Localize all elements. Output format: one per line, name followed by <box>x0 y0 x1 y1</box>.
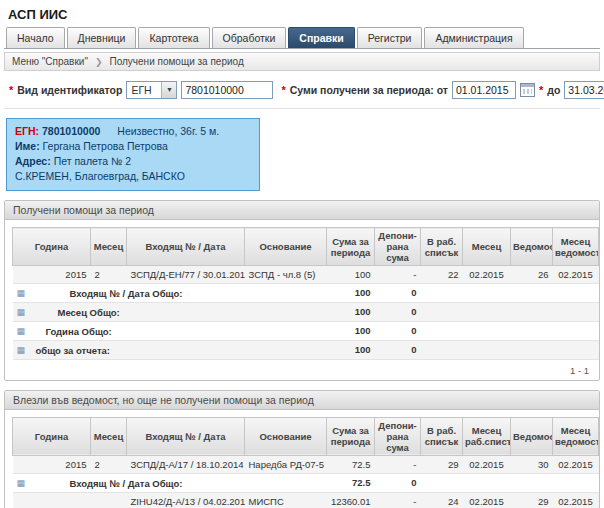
cell-v-rab-spisak: 22 <box>421 266 463 284</box>
breadcrumb-current-page: Получени помощи за период <box>109 56 243 67</box>
cell-vhodyasht: ZIHU42/Д-А/13 / 04.02.2015 <box>127 492 245 508</box>
summary-empty <box>421 284 599 303</box>
summary-dep: 0 <box>375 473 421 492</box>
address-value: Пет палета № 2 <box>54 155 131 167</box>
cell-v-rab-spisak: 29 <box>421 455 463 473</box>
period-label: Суми получени за периода: от <box>290 84 448 96</box>
col-godina: Година <box>13 228 91 266</box>
section-pending-header: Влезли във ведомост, но още не получени … <box>5 391 599 410</box>
chevron-down-icon: ▼ <box>161 82 176 98</box>
tab-spravki[interactable]: Справки <box>288 27 354 48</box>
cell-mesec-vedomost: 02.2015 <box>553 266 599 284</box>
cell-mesec-vedomost: 02.2015 <box>553 492 599 508</box>
cell-godina <box>13 492 91 508</box>
name-value: Гергана Петрова Петрова <box>43 140 168 152</box>
summary-row: ▦Месец Общо: 100 0 <box>13 302 599 321</box>
tab-dnevnitsi[interactable]: Дневници <box>67 27 137 48</box>
cell-mesec: 2 <box>91 266 127 284</box>
col-v-rab-spisak: В раб. списък <box>421 417 463 455</box>
break-grid-icon: ▦ <box>17 478 30 488</box>
person-address-line2: С.КРЕМЕН, Благоевград, БАНСКО <box>15 169 251 184</box>
cell-deponirana: - <box>375 266 421 284</box>
col-mesec-vedomost: Месец ведомост <box>553 417 599 455</box>
name-label: Име: <box>15 140 40 152</box>
summary-dep: 0 <box>375 302 421 321</box>
cell-mesec <box>91 492 127 508</box>
tab-kartoteka[interactable]: Картотека <box>138 27 209 48</box>
cell-godina: 2015 <box>13 455 91 473</box>
section-pending-body: Година Месец Входящ № / Дата Основание С… <box>5 410 599 508</box>
id-type-label: Вид идентификатор <box>17 84 122 96</box>
summary-label: Месец Общо: <box>58 307 120 318</box>
summary-dep: 0 <box>375 340 421 359</box>
breadcrumb-menu-spravki[interactable]: Меню "Справки" <box>12 56 88 67</box>
table-header-row: Година Месец Входящ № / Дата Основание С… <box>13 417 599 455</box>
app-title: АСП ИИС <box>4 4 600 27</box>
summary-label: общо за отчета: <box>36 345 111 356</box>
calendar-icon[interactable] <box>520 83 535 97</box>
cell-osnovanie: Наредба РД-07-5 <box>245 455 327 473</box>
table-row: 2015 2 ЗСПД/Д-ЕН/77 / 30.01.2015 ЗСПД - … <box>13 266 599 284</box>
pagination: 1 - 1 <box>12 360 592 380</box>
col-deponirana: Депони-рана сума <box>375 417 421 455</box>
cell-vedomost: 30 <box>511 455 553 473</box>
summary-sum: 100 <box>327 302 375 321</box>
col-deponirana: Депони-рана сума <box>375 228 421 266</box>
break-grid-icon: ▦ <box>17 288 30 298</box>
tab-nachalo[interactable]: Начало <box>6 27 65 48</box>
col-mesec2: Месец <box>463 228 511 266</box>
cell-suma: 100 <box>327 266 375 284</box>
cell-mesec-rab-spisak: 02.2015 <box>463 455 511 473</box>
summary-empty <box>421 340 599 359</box>
summary-row: ▦Входящ № / Дата Общо: 100 0 <box>13 284 599 303</box>
col-mesec-vedomost: Месец ведомост <box>553 228 599 266</box>
page: АСП ИИС Начало Дневници Картотека Обрабо… <box>0 0 604 508</box>
col-suma: Сума за периода <box>327 228 375 266</box>
col-vedomost: Ведомост <box>511 228 553 266</box>
col-vhodyasht: Входящ № / Дата <box>127 417 245 455</box>
cell-osnovanie: МИСПС <box>245 492 327 508</box>
cell-mesec2: 02.2015 <box>463 266 511 284</box>
egn-value: 7801010000 <box>42 125 100 137</box>
cell-suma: 72.5 <box>327 455 375 473</box>
summary-label: Година Общо: <box>46 326 112 337</box>
person-address-line: Адрес: Пет палета № 2 <box>15 154 251 169</box>
tab-obrabotki[interactable]: Обработки <box>212 27 287 48</box>
section-received-body: Година Месец Входящ № / Дата Основание С… <box>5 220 599 380</box>
required-asterisk: * <box>9 84 13 96</box>
nav-tab-bar: Начало Дневници Картотека Обработки Спра… <box>4 27 600 49</box>
tab-administratsiya[interactable]: Администрация <box>424 27 523 48</box>
col-mesec: Месец <box>91 417 127 455</box>
cell-deponirana: - <box>375 492 421 508</box>
col-osnovanie: Основание <box>245 228 327 266</box>
tab-registri[interactable]: Регистри <box>357 27 423 48</box>
cell-mesec-rab-spisak: 02.2015 <box>463 492 511 508</box>
cell-suma: 12360.01 <box>327 492 375 508</box>
cell-vedomost: 29 <box>511 492 553 508</box>
summary-row: ▦Година Общо: 100 0 <box>13 321 599 340</box>
required-asterisk: * <box>281 84 285 96</box>
id-type-select[interactable]: ЕГН ▼ <box>126 81 177 99</box>
id-value-input[interactable] <box>181 81 273 99</box>
table-header-row: Година Месец Входящ № / Дата Основание С… <box>13 228 599 266</box>
to-label: до <box>547 84 560 96</box>
person-name-line: Име: Гергана Петрова Петрова <box>15 139 251 154</box>
col-suma: Сума за периода <box>327 417 375 455</box>
break-grid-icon: ▦ <box>17 326 30 336</box>
pending-benefits-table: Година Месец Входящ № / Дата Основание С… <box>12 417 599 508</box>
col-v-rab-spisak: В раб. списък <box>421 228 463 266</box>
table-row: ZIHU42/Д-А/13 / 04.02.2015 МИСПС 12360.0… <box>13 492 599 508</box>
cell-vhodyasht: ЗСПД/Д-ЕН/77 / 30.01.2015 <box>127 266 245 284</box>
date-to-input[interactable] <box>564 81 604 99</box>
break-grid-icon: ▦ <box>17 307 30 317</box>
summary-empty <box>421 473 599 492</box>
cell-vhodyasht: ЗСПД/Д-А/17 / 18.10.2014 <box>127 455 245 473</box>
person-info-box: ЕГН: 7801010000 Неизвестно, 36г. 5 м. Им… <box>6 118 260 191</box>
col-mesec: Месец <box>91 228 127 266</box>
table-row: 2015 2 ЗСПД/Д-А/17 / 18.10.2014 Наредба … <box>13 455 599 473</box>
summary-empty <box>421 321 599 340</box>
summary-label: Входящ № / Дата Общо: <box>70 478 183 489</box>
person-egn-line: ЕГН: 7801010000 Неизвестно, 36г. 5 м. <box>15 124 251 139</box>
date-from-input[interactable] <box>452 81 516 99</box>
received-benefits-table: Година Месец Входящ № / Дата Основание С… <box>12 227 599 360</box>
